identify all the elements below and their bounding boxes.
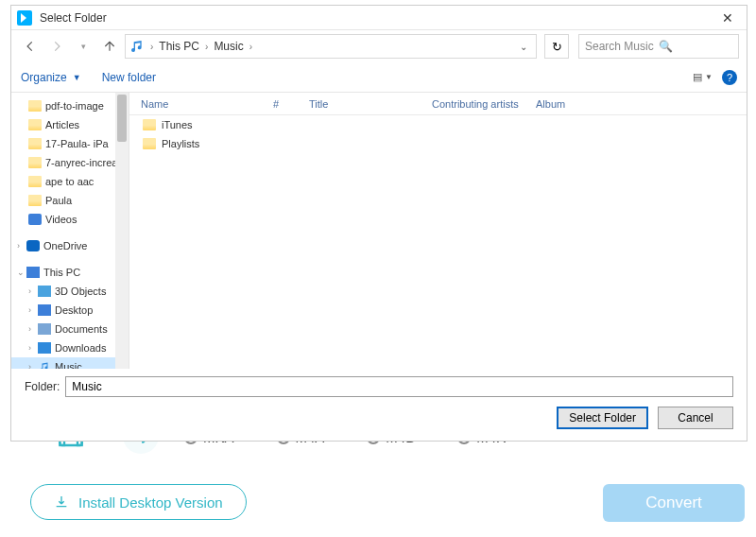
3d-icon xyxy=(38,286,51,297)
onedrive-icon xyxy=(26,240,40,251)
recent-dropdown[interactable]: ▾ xyxy=(72,35,94,58)
search-icon: 🔍 xyxy=(659,40,732,53)
chevron-right-icon: › xyxy=(203,42,210,52)
folder-icon xyxy=(28,157,42,168)
desktop-icon xyxy=(38,304,51,316)
tree-item[interactable]: ›3D Objects xyxy=(11,282,129,301)
tree-item[interactable]: ape to aac xyxy=(11,172,129,191)
tree-this-pc[interactable]: ⌄This PC xyxy=(11,263,129,282)
crumb-this-pc[interactable]: This PC xyxy=(155,40,203,53)
chevron-down-icon: ▼ xyxy=(73,73,81,82)
tree-item[interactable]: ›Downloads xyxy=(11,338,129,357)
help-button[interactable]: ? xyxy=(722,70,737,85)
folder-icon xyxy=(28,119,42,130)
address-dropdown[interactable]: ⌄ xyxy=(515,42,532,52)
folder-row-item[interactable]: Playlists xyxy=(129,134,747,153)
downloads-icon xyxy=(38,342,51,354)
app-icon xyxy=(17,10,32,26)
col-number[interactable]: # xyxy=(262,98,298,110)
back-button[interactable] xyxy=(19,35,42,58)
chevron-right-icon: › xyxy=(248,42,254,52)
tree-item[interactable]: Videos xyxy=(11,210,129,229)
folder-icon xyxy=(28,138,42,149)
col-title[interactable]: Title xyxy=(298,98,421,110)
folder-icon xyxy=(28,195,42,206)
select-folder-dialog: Select Folder ✕ ▾ › This PC › Music › ⌄ … xyxy=(10,5,747,442)
folder-icon xyxy=(143,138,156,149)
folder-icon xyxy=(28,100,42,112)
tree-onedrive[interactable]: ›OneDrive xyxy=(11,236,129,255)
up-button[interactable] xyxy=(98,35,121,58)
col-artists[interactable]: Contributing artists xyxy=(421,98,524,110)
documents-icon xyxy=(38,323,51,335)
tree-item-selected[interactable]: ›Music xyxy=(11,357,129,369)
col-name[interactable]: Name xyxy=(129,98,262,110)
crumb-music[interactable]: Music xyxy=(210,40,247,53)
tree-item[interactable]: pdf-to-image📌 xyxy=(11,96,129,115)
folder-icon xyxy=(28,176,42,187)
select-folder-button[interactable]: Select Folder xyxy=(557,407,648,429)
cancel-button[interactable]: Cancel xyxy=(658,407,733,429)
tree-item[interactable]: 17-Paula- iPa📌 xyxy=(11,134,129,153)
chevron-right-icon: › xyxy=(148,42,155,52)
folder-row-item[interactable]: iTunes xyxy=(129,115,747,134)
view-options[interactable]: ▤ ▼ xyxy=(693,71,713,83)
download-icon xyxy=(54,494,69,510)
tree-item[interactable]: ›Desktop xyxy=(11,301,129,320)
videos-icon xyxy=(28,214,42,225)
col-album[interactable]: Album xyxy=(524,98,610,110)
tree-item[interactable]: Articles📌 xyxy=(11,115,129,134)
music-icon xyxy=(129,39,145,54)
close-button[interactable]: ✕ xyxy=(709,6,747,30)
music-icon xyxy=(38,361,51,369)
folder-name-input[interactable] xyxy=(65,376,733,397)
new-folder-button[interactable]: New folder xyxy=(102,71,156,84)
tree-item[interactable]: 7-anyrec-increas xyxy=(11,153,129,172)
search-placeholder: Search Music xyxy=(585,40,659,53)
column-headers[interactable]: Name # Title Contributing artists Album xyxy=(129,93,747,115)
nav-tree: pdf-to-image📌 Articles📌 17-Paula- iPa📌 7… xyxy=(11,93,129,369)
tree-scrollbar[interactable] xyxy=(115,93,129,369)
dialog-title: Select Folder xyxy=(40,11,709,25)
convert-button[interactable]: Convert xyxy=(603,484,745,522)
forward-button[interactable] xyxy=(45,35,68,58)
tree-item[interactable]: Paula xyxy=(11,191,129,210)
tree-item[interactable]: ›Documents xyxy=(11,320,129,338)
pc-icon xyxy=(26,267,40,278)
folder-label: Folder: xyxy=(25,380,60,393)
search-input[interactable]: Search Music 🔍 xyxy=(578,34,739,59)
install-desktop-button[interactable]: Install Desktop Version xyxy=(30,484,247,520)
organize-menu[interactable]: Organize▼ xyxy=(21,71,81,84)
address-bar[interactable]: › This PC › Music › ⌄ xyxy=(125,34,537,59)
file-list: Name # Title Contributing artists Album … xyxy=(129,93,747,369)
refresh-button[interactable]: ↻ xyxy=(544,34,569,59)
folder-icon xyxy=(143,119,156,130)
